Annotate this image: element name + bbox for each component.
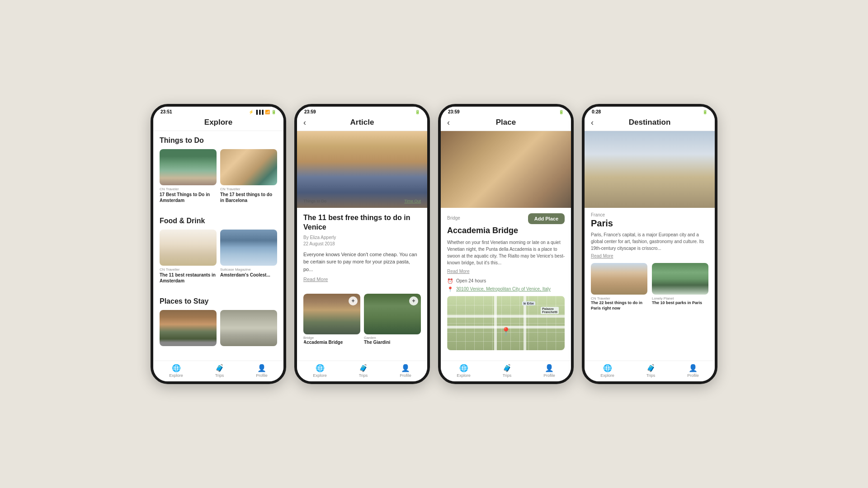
article-bottom-nav: 🌐 Explore 🧳 Trips 👤 Profile <box>297 361 427 381</box>
place-info: ⏰ Open 24 hours 📍 30100 Venice, Metropol… <box>447 278 565 292</box>
place-header-title: Place <box>496 118 516 127</box>
nav-profile-4[interactable]: 👤 Profile <box>687 364 699 378</box>
battery-icon-2: 🔋 <box>415 110 420 114</box>
dest-read-more[interactable]: Read More <box>591 253 708 258</box>
status-icons-1: ⚡ ▐▐▐ 📶 🔋 <box>249 110 276 114</box>
barcelona-img <box>220 149 277 185</box>
place-bottom-nav: 🌐 Explore 🧳 Trips 👤 Profile <box>441 361 571 381</box>
nav-trips-3[interactable]: 🧳 Trips <box>503 364 512 378</box>
nav-trips-2[interactable]: 🧳 Trips <box>359 364 368 378</box>
place-body: Bridge Add Place Accademia Bridge Whethe… <box>441 208 571 356</box>
nav-explore-3[interactable]: 🌐 Explore <box>457 364 471 378</box>
explore-label-2: Explore <box>313 373 327 378</box>
profile-icon-2: 👤 <box>401 364 410 372</box>
article-read-more[interactable]: Read More <box>303 277 421 282</box>
dest-description: Paris, France's capital, is a major Euro… <box>591 231 708 252</box>
hotel1-img <box>160 310 217 346</box>
food-drink-heading: Food & Drink <box>160 217 277 225</box>
article-excerpt: Everyone knows Venice don't come cheap. … <box>303 251 421 273</box>
map-grid <box>447 296 565 350</box>
paris-park-img <box>652 263 708 295</box>
dest-articles-row: CN Traveler The 22 best things to do in … <box>591 263 708 311</box>
nav-explore-1[interactable]: 🌐 Explore <box>169 364 183 378</box>
amsterdam-title: 17 Best Things to Do in Amsterdam <box>160 192 217 203</box>
dest-content: France Paris Paris, France's capital, is… <box>585 131 715 361</box>
place-back-button[interactable]: ‹ <box>447 118 450 127</box>
add-place-button[interactable]: Add Place <box>528 213 565 224</box>
battery-icon-3: 🔋 <box>559 110 564 114</box>
nav-profile-2[interactable]: 👤 Profile <box>400 364 411 378</box>
card-barcelona[interactable]: CN Traveller The 17 best things to do in… <box>220 149 277 203</box>
nav-trips-1[interactable]: 🧳 Trips <box>215 364 224 378</box>
dest-article-paris-things[interactable]: CN Traveler The 22 best things to do in … <box>591 263 647 311</box>
explore-bottom-nav: 🌐 Explore 🧳 Trips 👤 Profile <box>153 361 283 381</box>
place-card-garden[interactable]: + Garden The Giardini <box>364 294 421 345</box>
status-bar-4: 0:28 🔋 <box>585 107 715 115</box>
article-source[interactable]: Time Out <box>404 199 421 203</box>
status-icons-2: 🔋 <box>415 110 420 114</box>
card-restaurant[interactable]: CN Traveller The 11 best restaurants in … <box>160 230 217 284</box>
trips-label-4: Trips <box>646 373 656 378</box>
article-tag: Things to Do <box>303 199 326 203</box>
article-hero-image: Things to Do Time Out <box>297 131 427 208</box>
explore-icon-4: 🌐 <box>603 364 612 372</box>
paris-city-img <box>591 263 647 295</box>
card-hotel2[interactable] <box>220 310 277 348</box>
nav-explore-2[interactable]: 🌐 Explore <box>313 364 327 378</box>
bridge-add-icon[interactable]: + <box>349 296 358 305</box>
clock-icon: ⏰ <box>447 278 453 284</box>
nav-trips-4[interactable]: 🧳 Trips <box>646 364 656 378</box>
trips-icon-4: 🧳 <box>646 364 656 372</box>
barcelona-source: CN Traveller <box>220 187 277 191</box>
explore-label-4: Explore <box>600 373 614 378</box>
profile-icon-3: 👤 <box>545 364 554 372</box>
dest-bottom-nav: 🌐 Explore 🧳 Trips 👤 Profile <box>585 361 715 381</box>
map-road-vertical-1 <box>494 296 497 350</box>
trips-icon-3: 🧳 <box>503 364 512 372</box>
trips-label-3: Trips <box>503 373 512 378</box>
dest-article-paris-parks[interactable]: Lonely Planet The 10 best parks in Paris <box>652 263 708 311</box>
nav-profile-1[interactable]: 👤 Profile <box>256 364 268 378</box>
map-label-erbe: le Erbe <box>522 301 535 305</box>
nav-profile-3[interactable]: 👤 Profile <box>543 364 555 378</box>
nav-explore-4[interactable]: 🌐 Explore <box>600 364 614 378</box>
place-card-bridge[interactable]: + Bridge Accademia Bridge <box>303 294 360 345</box>
card-amsterdam-cool[interactable]: Suitcase Magazine Amsterdam's Coolest... <box>220 230 277 284</box>
article-places-row: + Bridge Accademia Bridge + Garden The G… <box>297 294 427 351</box>
paris-things-source: CN Traveler <box>591 296 647 300</box>
card-amsterdam[interactable]: CN Traveler 17 Best Things to Do in Amst… <box>160 149 217 203</box>
dest-back-button[interactable]: ‹ <box>591 118 594 127</box>
explore-header: Explore <box>153 115 283 131</box>
place-content: Bridge Add Place Accademia Bridge Whethe… <box>441 131 571 361</box>
map-road-horizontal-1 <box>447 315 565 318</box>
restaurant-img <box>160 230 217 266</box>
map-location-pin: 📍 <box>501 327 511 337</box>
place-header: ‹ Place <box>441 115 571 131</box>
restaurant-title: The 11 best restaurants in Amsterdam <box>160 272 217 284</box>
explore-title: Explore <box>204 118 232 127</box>
dest-name: Paris <box>591 218 708 229</box>
card-hotel1[interactable] <box>160 310 217 348</box>
garden-add-icon[interactable]: + <box>409 296 418 305</box>
amsterdam-cool-img <box>220 230 277 266</box>
status-icons-4: 🔋 <box>703 110 708 114</box>
place-hours-row: ⏰ Open 24 hours <box>447 278 565 284</box>
amsterdam-cool-source: Suitcase Magazine <box>220 267 277 272</box>
phone-article: 23:59 🔋 ‹ Article Things to Do Time Out … <box>294 104 430 384</box>
trips-label-2: Trips <box>359 373 368 378</box>
trips-nav-icon: 🧳 <box>215 364 224 372</box>
barcelona-title: The 17 best things to do in Barcelona <box>220 192 277 203</box>
hotel2-img <box>220 310 277 346</box>
place-map[interactable]: 📍 PalazzoFranchetti le Erbe <box>447 296 565 350</box>
restaurant-source: CN Traveller <box>160 267 217 272</box>
article-body: The 11 best free things to do in Venice … <box>297 208 427 294</box>
article-main-title: The 11 best free things to do in Venice <box>303 213 421 232</box>
place-read-more[interactable]: Read More <box>447 269 565 274</box>
food-drink-section: Food & Drink CN Traveller The 11 best re… <box>153 211 283 292</box>
dest-hero-image <box>585 131 715 208</box>
article-back-button[interactable]: ‹ <box>303 118 306 127</box>
profile-label-2: Profile <box>400 373 411 378</box>
time-1: 23:51 <box>160 109 172 114</box>
place-address[interactable]: 30100 Venice, Metropolitan City of Venic… <box>456 286 551 291</box>
paris-parks-title: The 10 best parks in Paris <box>652 300 708 306</box>
